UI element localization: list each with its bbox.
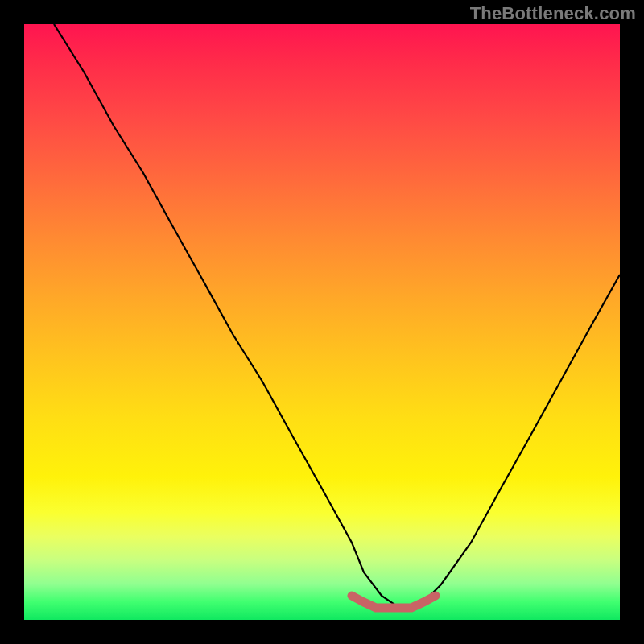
bottleneck-curve	[54, 24, 620, 608]
chart-frame: TheBottleneck.com	[0, 0, 644, 644]
plot-area	[24, 24, 620, 620]
curve-layer	[24, 24, 620, 620]
watermark-text: TheBottleneck.com	[470, 3, 636, 24]
optimal-band	[352, 596, 436, 608]
